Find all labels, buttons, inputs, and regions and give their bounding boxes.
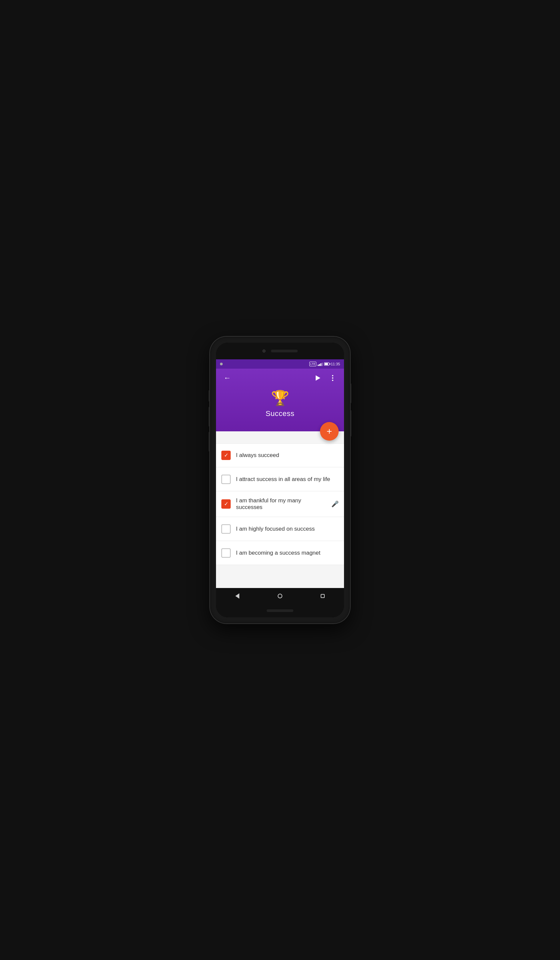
nav-back-icon [235,594,239,599]
page-title: Success [266,409,295,418]
status-right: LTE 11:35 [309,362,340,366]
checkbox-5[interactable] [221,548,231,558]
add-button[interactable]: + [320,422,339,441]
bottom-speaker [267,610,293,612]
header-top-row: ← [221,372,339,384]
more-options-button[interactable] [327,372,339,384]
time-display: 11:35 [331,362,340,366]
status-bar: LTE 11:35 [216,359,344,369]
volume-up-button[interactable] [209,390,210,402]
fab-container: + [216,431,344,441]
trophy-icon: 🏆 [271,389,290,407]
checkbox-3[interactable]: ✓ [221,499,231,509]
nav-back-button[interactable] [231,589,244,603]
app-screen: LTE 11:35 ← [216,359,344,604]
three-dots-icon [331,374,334,382]
phone-screen: LTE 11:35 ← [216,343,344,617]
header-right-buttons [312,372,339,384]
list-item[interactable]: I am becoming a success magnet [216,541,344,565]
list-item[interactable]: I attract success in all areas of my lif… [216,467,344,491]
back-arrow-icon: ← [224,374,231,382]
bottom-navigation [216,588,344,604]
status-left [220,363,222,365]
microphone-icon[interactable]: 🎤 [331,500,339,508]
signal-icon [318,362,323,366]
checkmark-icon: ✓ [224,501,228,507]
add-icon: + [327,426,332,437]
checkmark-icon: ✓ [224,453,228,458]
play-button[interactable] [312,372,324,384]
battery-icon [324,362,329,366]
item-text-1: I always succeed [236,452,339,459]
front-camera [262,349,266,353]
item-text-3: I am thankful for my many successes [236,498,326,510]
back-button[interactable]: ← [221,372,233,384]
phone-frame: LTE 11:35 ← [210,337,350,623]
checkbox-1[interactable]: ✓ [221,451,231,460]
checkbox-4[interactable] [221,524,231,534]
affirmations-list[interactable]: ✓I always succeedI attract success in al… [216,441,344,588]
nav-recents-button[interactable] [316,589,329,603]
list-item[interactable]: I am highly focused on success [216,517,344,541]
play-icon [316,375,320,381]
checkbox-2[interactable] [221,475,231,484]
app-header: ← 🏆 Success [216,369,344,431]
nav-home-icon [278,594,282,598]
volume-down-button[interactable] [209,407,210,427]
item-text-5: I am becoming a success magnet [236,550,339,556]
phone-bottom-bezel [216,604,344,617]
phone-top-bezel [216,343,344,359]
item-text-2: I attract success in all areas of my lif… [236,476,339,483]
lte-indicator: LTE [309,362,317,366]
power-button[interactable] [209,432,210,452]
earpiece-speaker [271,350,298,352]
nav-recents-icon [321,594,325,598]
nav-home-button[interactable] [274,589,286,603]
list-item[interactable]: ✓I am thankful for my many successes🎤 [216,491,344,517]
list-item[interactable]: ✓I always succeed [216,443,344,467]
item-text-4: I am highly focused on success [236,526,339,532]
status-dot [220,363,222,365]
